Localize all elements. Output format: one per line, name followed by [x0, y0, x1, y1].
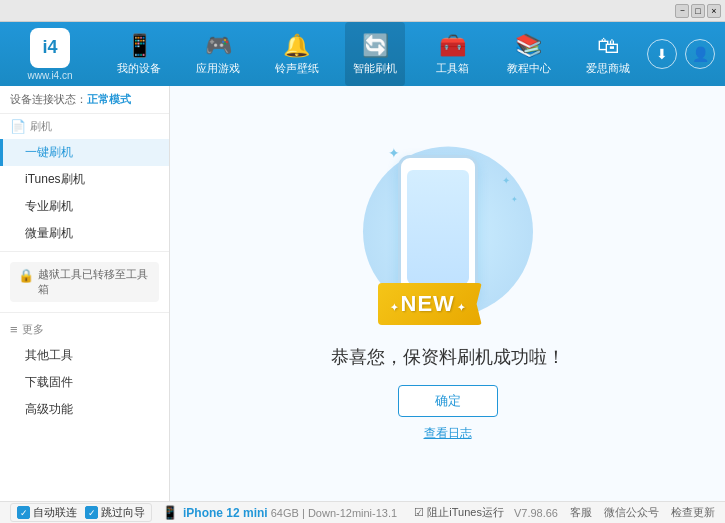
sidebar-section-more: ≡ 更多 [0, 317, 169, 342]
sparkle-2: ✦ [502, 175, 510, 186]
more-section-icon: ≡ [10, 322, 18, 337]
bottom-bar: 自动联连 跳过向导 📱 iPhone 12 mini 64GB | Down-1… [0, 501, 725, 523]
skip-wizard-checkbox[interactable]: 跳过向导 [85, 505, 145, 520]
maximize-btn[interactable]: □ [691, 4, 705, 18]
logo-icon: i4 [30, 28, 70, 68]
device-details: iPhone 12 mini 64GB | Down-12mini-13.1 [183, 506, 397, 520]
ringtones-icon: 🔔 [283, 33, 310, 59]
content-area: ✦ ✦ ✦ ✦NEW✦ 恭喜您，保资料刷机成功啦！ 确定 查看日志 [170, 86, 725, 501]
apps-games-label: 应用游戏 [196, 61, 240, 76]
daily-log-link[interactable]: 查看日志 [424, 425, 472, 442]
itunes-run-checkbox-icon: ☑ [414, 506, 424, 519]
header: i4 www.i4.cn 📱 我的设备 🎮 应用游戏 🔔 铃声壁纸 🔄 智能刷机… [0, 22, 725, 86]
itunes-run-label: 阻止iTunes运行 [427, 505, 504, 520]
sidebar-item-pro-flash[interactable]: 专业刷机 [0, 193, 169, 220]
download-btn[interactable]: ⬇ [647, 39, 677, 69]
notice-text: 越狱工具已转移至工具箱 [38, 267, 151, 297]
new-badge-text: NEW [401, 291, 455, 316]
success-message: 恭喜您，保资料刷机成功啦！ [331, 345, 565, 369]
notice-icon: 🔒 [18, 268, 34, 283]
sidebar: 设备连接状态：正常模式 📄 刷机 一键刷机 iTunes刷机 专业刷机 微量刷机… [0, 86, 170, 501]
sidebar-item-other-tools[interactable]: 其他工具 [0, 342, 169, 369]
toolbox-icon: 🧰 [439, 33, 466, 59]
device-firmware-val: Down-12mini-13.1 [308, 507, 397, 519]
itunes-run-toggle[interactable]: ☑ 阻止iTunes运行 [414, 505, 504, 520]
nav-bar: 📱 我的设备 🎮 应用游戏 🔔 铃声壁纸 🔄 智能刷机 🧰 工具箱 📚 教程中心… [100, 22, 647, 86]
smart-flash-icon: 🔄 [362, 33, 389, 59]
wechat-official-link[interactable]: 微信公众号 [604, 505, 659, 520]
sidebar-item-download-firmware[interactable]: 下载固件 [0, 369, 169, 396]
status-value: 正常模式 [87, 93, 131, 105]
sparkle-1: ✦ [388, 145, 400, 161]
new-badge-stars: ✦ [390, 302, 399, 313]
checkbox-group-container: 自动联连 跳过向导 [10, 503, 152, 522]
sidebar-item-micro-flash[interactable]: 微量刷机 [0, 220, 169, 247]
skip-wizard-checkmark [85, 506, 98, 519]
flash-section-icon: 📄 [10, 119, 26, 134]
my-device-icon: 📱 [126, 33, 153, 59]
ringtones-label: 铃声壁纸 [275, 61, 319, 76]
sidebar-divider-2 [0, 312, 169, 313]
phone-illustration: ✦ ✦ ✦ ✦NEW✦ [368, 145, 528, 325]
title-bar: － □ × [0, 0, 725, 22]
logo-url: www.i4.cn [27, 70, 72, 81]
nav-boutique[interactable]: 🛍 爱思商城 [578, 22, 638, 86]
sidebar-item-one-click-flash[interactable]: 一键刷机 [0, 139, 169, 166]
customer-service-link[interactable]: 客服 [570, 505, 592, 520]
nav-smart-flash[interactable]: 🔄 智能刷机 [345, 22, 405, 86]
toolbox-label: 工具箱 [436, 61, 469, 76]
check-update-link[interactable]: 检查更新 [671, 505, 715, 520]
boutique-label: 爱思商城 [586, 61, 630, 76]
sidebar-item-itunes-flash[interactable]: iTunes刷机 [0, 166, 169, 193]
sidebar-divider-1 [0, 251, 169, 252]
close-btn[interactable]: × [707, 4, 721, 18]
flash-section-title: 刷机 [30, 119, 52, 134]
bottom-right: V7.98.66 客服 微信公众号 检查更新 [514, 505, 715, 520]
logo-area: i4 www.i4.cn [0, 28, 100, 81]
minimize-btn[interactable]: － [675, 4, 689, 18]
auto-connect-label: 自动联连 [33, 505, 77, 520]
version-label: V7.98.66 [514, 507, 558, 519]
header-right: ⬇ 👤 [647, 39, 725, 69]
device-icon: 📱 [162, 505, 178, 520]
nav-toolbox[interactable]: 🧰 工具箱 [424, 22, 480, 86]
tutorial-icon: 📚 [515, 33, 542, 59]
device-capacity-val: 64GB [271, 507, 299, 519]
apps-games-icon: 🎮 [205, 33, 232, 59]
confirm-button[interactable]: 确定 [398, 385, 498, 417]
sidebar-item-advanced[interactable]: 高级功能 [0, 396, 169, 423]
nav-apps-games[interactable]: 🎮 应用游戏 [188, 22, 248, 86]
device-name: iPhone 12 mini [183, 506, 268, 520]
skip-wizard-label: 跳过向导 [101, 505, 145, 520]
sparkle-3: ✦ [511, 195, 518, 204]
nav-tutorial[interactable]: 📚 教程中心 [499, 22, 559, 86]
sidebar-notice: 🔒 越狱工具已转移至工具箱 [10, 262, 159, 302]
smart-flash-label: 智能刷机 [353, 61, 397, 76]
user-btn[interactable]: 👤 [685, 39, 715, 69]
status-label: 设备连接状态： [10, 93, 87, 105]
more-section-title: 更多 [22, 322, 44, 337]
auto-connect-checkmark [17, 506, 30, 519]
main-area: 设备连接状态：正常模式 📄 刷机 一键刷机 iTunes刷机 专业刷机 微量刷机… [0, 86, 725, 501]
boutique-icon: 🛍 [597, 33, 619, 59]
auto-connect-checkbox[interactable]: 自动联连 [17, 505, 77, 520]
device-info: 📱 iPhone 12 mini 64GB | Down-12mini-13.1 [162, 505, 404, 520]
status-bar: 设备连接状态：正常模式 [0, 86, 169, 114]
my-device-label: 我的设备 [117, 61, 161, 76]
sidebar-section-flash: 📄 刷机 [0, 114, 169, 139]
tutorial-label: 教程中心 [507, 61, 551, 76]
nav-ringtones[interactable]: 🔔 铃声壁纸 [267, 22, 327, 86]
nav-my-device[interactable]: 📱 我的设备 [109, 22, 169, 86]
